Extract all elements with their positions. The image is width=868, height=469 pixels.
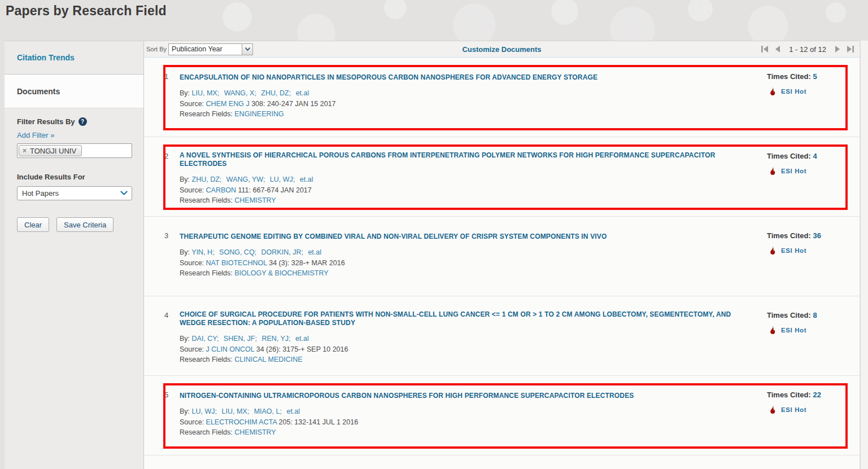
times-cited: Times Cited: 5	[767, 72, 852, 81]
times-cited-label: Times Cited:	[767, 311, 811, 319]
author-link[interactable]: WANG, X	[224, 89, 255, 97]
author-link[interactable]: DORKIN, JR	[261, 248, 302, 256]
sidebar: Citation Trends Documents Filter Results…	[5, 41, 143, 469]
author-link[interactable]: SONG, CQ	[219, 248, 255, 256]
source-line: Source: ELECTROCHIM ACTA 205: 132-141 JU…	[180, 417, 748, 428]
esi-hot-link[interactable]: ESI Hot	[781, 406, 806, 413]
etal-link[interactable]: et.al	[296, 89, 309, 97]
author-link[interactable]: LIU, MX	[222, 407, 247, 415]
esi-hot-link[interactable]: ESI Hot	[781, 168, 806, 174]
by-label: By:	[180, 248, 190, 256]
research-field-link[interactable]: CHEMISTRY	[234, 196, 276, 204]
filter-section: Filter Results By ? Add Filter » × TONGJ…	[5, 108, 143, 232]
esi-hot-badge: ESI Hot	[767, 86, 852, 96]
paper-item: 3 THERAPEUTIC GENOME EDITING BY COMBINED…	[144, 217, 860, 296]
etal-link[interactable]: et.al	[308, 248, 321, 256]
separator: ;	[254, 89, 256, 97]
etal-link[interactable]: et.al	[300, 176, 313, 183]
separator: ;	[255, 248, 256, 256]
help-icon[interactable]: ?	[78, 117, 87, 126]
author-link[interactable]: LU, WJ	[270, 176, 293, 183]
next-page-icon[interactable]	[835, 46, 840, 52]
tab-citation-trends[interactable]: Citation Trends	[5, 41, 143, 74]
author-link[interactable]: DAI, CY	[192, 335, 217, 343]
save-criteria-button[interactable]: Save Criteria	[56, 217, 114, 232]
author-link[interactable]: YIN, H	[191, 248, 212, 256]
page-range: 1 - 12 of 12	[789, 45, 826, 54]
times-cited-value[interactable]: 5	[813, 72, 817, 81]
research-field-link[interactable]: BIOLOGY & BIOCHEMISTRY	[234, 269, 328, 277]
research-field-link[interactable]: CLINICAL MEDICINE	[234, 356, 302, 363]
paper-item: 5 NITROGEN-CONTAINING ULTRAMICROPOROUS C…	[144, 376, 860, 455]
scrollbar[interactable]	[860, 41, 868, 469]
times-cited-value[interactable]: 4	[813, 152, 817, 160]
paper-body: CHOICE OF SURGICAL PROCEDURE FOR PATIENT…	[180, 310, 767, 375]
separator: ;	[220, 176, 221, 183]
remove-tag-icon[interactable]: ×	[23, 147, 27, 154]
filter-tag-input[interactable]: × TONGJI UNIV	[17, 143, 132, 158]
paper-title-link[interactable]: A NOVEL SYNTHESIS OF HIERARCHICAL POROUS…	[180, 151, 748, 168]
esi-hot-link[interactable]: ESI Hot	[781, 88, 806, 95]
source-journal-link[interactable]: ELECTROCHIM ACTA	[206, 418, 277, 426]
paper-right-column: Times Cited: 22 ESI Hot	[767, 390, 852, 455]
first-page-icon[interactable]	[761, 46, 769, 52]
times-cited-value[interactable]: 36	[813, 231, 821, 240]
page: Papers by Research Field Citation Trends…	[0, 0, 868, 469]
source-label: Source:	[180, 100, 204, 108]
paper-title-link[interactable]: NITROGEN-CONTAINING ULTRAMICROPOROUS CAR…	[180, 392, 634, 400]
paper-number: 4	[164, 310, 180, 375]
times-cited-value[interactable]: 8	[813, 311, 817, 319]
filter-tag-chip[interactable]: × TONGJI UNIV	[19, 145, 82, 156]
source-journal-link[interactable]: CHEM ENG J	[206, 100, 250, 108]
source-journal-link[interactable]: NAT BIOTECHNOL	[206, 259, 267, 267]
esi-hot-link[interactable]: ESI Hot	[781, 327, 806, 334]
research-field-link[interactable]: CHEMISTRY	[234, 428, 276, 436]
tab-documents[interactable]: Documents	[5, 74, 143, 108]
source-line: Source: NAT BIOTECHNOL 34 (3): 328-+ MAR…	[180, 258, 748, 269]
separator: ;	[255, 335, 256, 343]
esi-hot-link[interactable]: ESI Hot	[781, 247, 806, 254]
paper-right-column: Times Cited: 8 ESI Hot	[767, 310, 852, 375]
source-label: Source:	[180, 186, 204, 194]
include-results-select[interactable]: Hot Papers	[17, 186, 132, 200]
separator: ;	[215, 407, 217, 415]
clear-button[interactable]: Clear	[17, 217, 49, 232]
times-cited: Times Cited: 8	[767, 311, 852, 319]
author-link[interactable]: SHEN, JF	[224, 335, 255, 343]
author-link[interactable]: REN, YJ	[261, 335, 289, 343]
author-link[interactable]: ZHU, DZ	[261, 89, 289, 97]
sort-by-value: Publication Year	[172, 45, 223, 53]
author-link[interactable]: WANG, YW	[226, 176, 263, 183]
research-field-link[interactable]: ENGINEERING	[234, 110, 284, 118]
add-filter-link[interactable]: Add Filter »	[17, 131, 54, 139]
include-results-value: Hot Papers	[22, 189, 59, 198]
etal-link[interactable]: et.al	[295, 335, 309, 343]
source-journal-link[interactable]: J CLIN ONCOL	[206, 345, 255, 353]
sort-by-label: Sort By	[146, 46, 167, 52]
prev-page-icon[interactable]	[775, 46, 780, 52]
paper-item: 1 ENCAPSULATION OF NIO NANOPARTICLES IN …	[144, 58, 860, 137]
author-link[interactable]: MIAO, L	[254, 407, 280, 415]
source-journal-link[interactable]: CARBON	[206, 186, 236, 194]
dropdown-arrow-icon[interactable]	[242, 44, 252, 55]
times-cited-value[interactable]: 22	[813, 391, 821, 399]
author-link[interactable]: LIU, MX	[192, 89, 217, 97]
customize-documents-link[interactable]: Customize Documents	[462, 45, 541, 54]
last-page-icon[interactable]	[847, 46, 854, 52]
page-title: Papers by Research Field	[6, 3, 167, 19]
separator: ;	[280, 407, 281, 415]
paper-title-link[interactable]: CHOICE OF SURGICAL PROCEDURE FOR PATIENT…	[180, 310, 748, 327]
filter-results-heading: Filter Results By ?	[17, 117, 136, 126]
etal-link[interactable]: et.al	[286, 407, 300, 415]
paper-title-link[interactable]: ENCAPSULATION OF NIO NANOPARTICLES IN ME…	[180, 73, 597, 82]
paper-title-link[interactable]: THERAPEUTIC GENOME EDITING BY COMBINED V…	[180, 233, 607, 241]
paper-number: 2	[164, 151, 180, 216]
paper-body: THERAPEUTIC GENOME EDITING BY COMBINED V…	[180, 231, 767, 296]
sort-by-select[interactable]: Publication Year	[168, 43, 253, 55]
author-link[interactable]: ZHU, DZ	[192, 176, 220, 183]
include-results-heading: Include Results For	[17, 173, 136, 181]
by-label: By:	[180, 176, 190, 183]
separator: ;	[247, 407, 249, 415]
paper-right-column: Times Cited: 36 ESI Hot	[767, 231, 852, 296]
author-link[interactable]: LU, WJ	[192, 407, 215, 415]
